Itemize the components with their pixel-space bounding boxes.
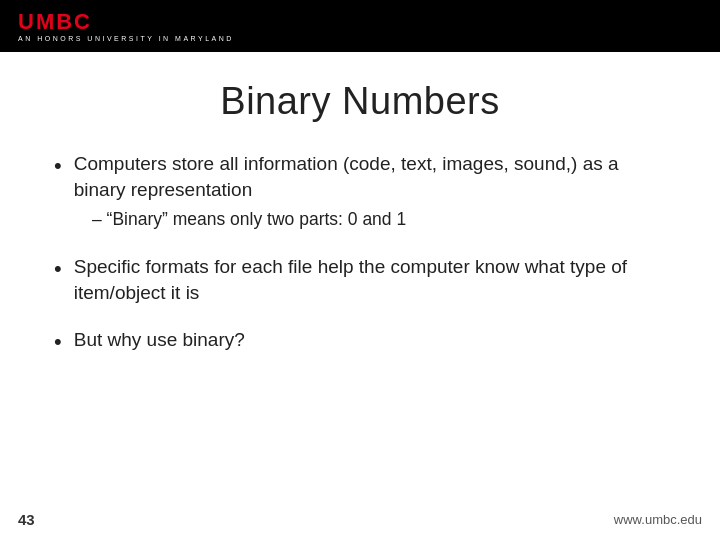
logo-umbc: UMBC xyxy=(18,11,234,33)
bullet-text-2: Specific formats for each file help the … xyxy=(74,254,666,305)
bullet-item-1: • Computers store all information (code,… xyxy=(54,151,666,232)
footer-url: www.umbc.edu xyxy=(614,512,702,527)
bullet-main-3: • But why use binary? xyxy=(54,327,666,357)
logo-block: UMBC AN HONORS UNIVERSITY IN MARYLAND xyxy=(18,11,234,42)
bullet-item-3: • But why use binary? xyxy=(54,327,666,357)
header-bar: UMBC AN HONORS UNIVERSITY IN MARYLAND xyxy=(0,0,720,52)
bullet-main-1: • Computers store all information (code,… xyxy=(54,151,666,202)
sub-bullet-1: – “Binary” means only two parts: 0 and 1 xyxy=(92,208,666,232)
slide-content: Binary Numbers • Computers store all inf… xyxy=(0,52,720,357)
bullet-text-1: Computers store all information (code, t… xyxy=(74,151,666,202)
page-number: 43 xyxy=(18,511,35,528)
slide-title: Binary Numbers xyxy=(54,80,666,123)
bullet-dot-1: • xyxy=(54,152,62,181)
bullet-dot-2: • xyxy=(54,255,62,284)
bullet-main-2: • Specific formats for each file help th… xyxy=(54,254,666,305)
bullet-text-3: But why use binary? xyxy=(74,327,666,353)
bullet-item-2: • Specific formats for each file help th… xyxy=(54,254,666,305)
bullet-dot-3: • xyxy=(54,328,62,357)
sub-bullet-text-1: – “Binary” means only two parts: 0 and 1 xyxy=(92,208,406,232)
logo-tagline: AN HONORS UNIVERSITY IN MARYLAND xyxy=(18,35,234,42)
footer: 43 www.umbc.edu xyxy=(18,511,702,528)
